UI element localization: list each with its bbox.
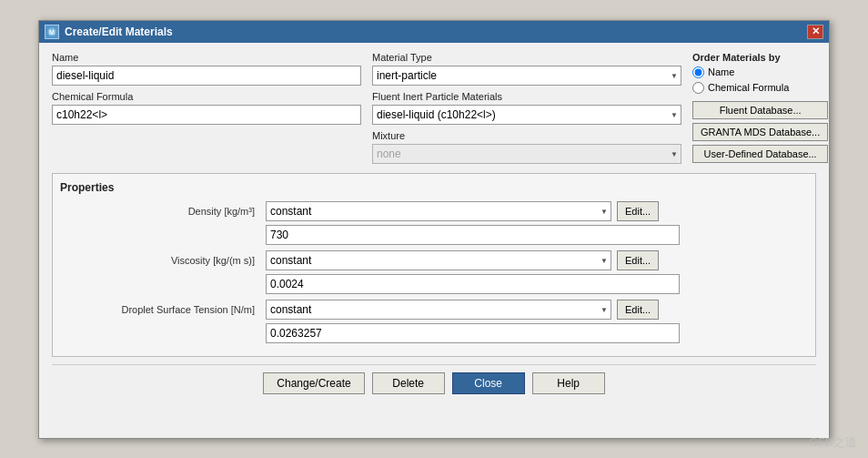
viscosity-select-wrapper: constant xyxy=(266,250,611,270)
properties-title: Properties xyxy=(60,181,808,194)
density-select-wrapper: constant xyxy=(266,201,611,221)
material-type-select-wrapper: inert-particle fluid solid mixture xyxy=(372,66,681,86)
create-edit-materials-dialog: M Create/Edit Materials ✕ Name Material … xyxy=(38,20,830,439)
density-select[interactable]: constant xyxy=(266,201,611,221)
order-formula-radio[interactable] xyxy=(692,82,704,94)
inert-particle-select[interactable]: diesel-liquid (c10h22<l>) xyxy=(372,105,681,125)
mixture-select[interactable]: none xyxy=(372,144,681,164)
density-label: Density [kg/m³] xyxy=(60,206,260,217)
order-formula-label: Chemical Formula xyxy=(708,82,789,93)
name-material-row: Name Material Type inert-particle fluid … xyxy=(52,52,681,86)
inert-particle-select-wrapper: diesel-liquid (c10h22<l>) xyxy=(372,105,681,125)
mixture-label: Mixture xyxy=(372,130,681,141)
tension-value-row xyxy=(60,323,808,343)
formula-input[interactable] xyxy=(52,105,361,125)
mixture-select-wrapper: none xyxy=(372,144,681,164)
viscosity-value-input[interactable] xyxy=(266,274,680,294)
title-bar: M Create/Edit Materials ✕ xyxy=(39,21,829,43)
order-name-radio[interactable] xyxy=(692,66,704,78)
close-x-button[interactable]: ✕ xyxy=(807,25,823,39)
density-edit-button[interactable]: Edit... xyxy=(617,201,659,221)
mixture-group: Mixture none xyxy=(372,130,681,164)
viscosity-label: Viscosity [kg/(m s)] xyxy=(60,255,260,266)
granta-database-button[interactable]: GRANTA MDS Database... xyxy=(692,123,828,141)
material-type-group: Material Type inert-particle fluid solid… xyxy=(372,52,681,86)
viscosity-edit-button[interactable]: Edit... xyxy=(617,250,659,270)
user-defined-database-button[interactable]: User-Defined Database... xyxy=(692,145,828,163)
properties-section: Properties Density [kg/m³] constant Edit… xyxy=(52,173,816,357)
name-label: Name xyxy=(52,52,361,63)
order-name-radio-item: Name xyxy=(692,66,734,78)
delete-button[interactable]: Delete xyxy=(372,372,445,394)
watermark: CFD之道 xyxy=(809,434,857,451)
viscosity-select[interactable]: constant xyxy=(266,250,611,270)
inert-particle-group: Fluent Inert Particle Materials diesel-l… xyxy=(372,91,681,125)
dialog-content: Name Material Type inert-particle fluid … xyxy=(39,43,829,409)
mixture-row: Mixture none xyxy=(52,130,681,164)
tension-value-input[interactable] xyxy=(266,323,680,343)
close-button[interactable]: Close xyxy=(452,372,525,394)
order-formula-radio-item: Chemical Formula xyxy=(692,82,789,94)
viscosity-value-row xyxy=(60,274,808,294)
name-input[interactable] xyxy=(52,66,361,86)
dialog-title: Create/Edit Materials xyxy=(65,25,173,38)
density-value-row xyxy=(60,225,808,245)
tension-edit-button[interactable]: Edit... xyxy=(617,300,659,320)
help-button[interactable]: Help xyxy=(532,372,605,394)
order-name-label: Name xyxy=(708,66,734,77)
svg-text:M: M xyxy=(49,29,55,36)
viscosity-method-row: Viscosity [kg/(m s)] constant Edit... xyxy=(60,250,808,270)
density-value-input[interactable] xyxy=(266,225,680,245)
material-type-select[interactable]: inert-particle fluid solid mixture xyxy=(372,66,681,86)
bottom-buttons-row: Change/Create Delete Close Help xyxy=(52,364,816,400)
change-create-button[interactable]: Change/Create xyxy=(263,372,364,394)
order-materials-label: Order Materials by xyxy=(692,52,781,63)
database-buttons: Fluent Database... GRANTA MDS Database..… xyxy=(692,101,828,163)
tension-label: Droplet Surface Tension [N/m] xyxy=(60,304,260,315)
fluent-database-button[interactable]: Fluent Database... xyxy=(692,101,828,119)
material-type-label: Material Type xyxy=(372,52,681,63)
name-group: Name xyxy=(52,52,361,86)
left-section: Name Material Type inert-particle fluid … xyxy=(52,52,681,169)
formula-group: Chemical Formula xyxy=(52,91,361,125)
formula-inert-row: Chemical Formula Fluent Inert Particle M… xyxy=(52,91,681,125)
tension-method-row: Droplet Surface Tension [N/m] constant E… xyxy=(60,300,808,320)
inert-particle-label: Fluent Inert Particle Materials xyxy=(372,91,681,102)
dialog-icon: M xyxy=(45,25,59,39)
main-layout: Name Material Type inert-particle fluid … xyxy=(52,52,816,169)
density-method-row: Density [kg/m³] constant Edit... xyxy=(60,201,808,221)
right-section: Order Materials by Name Chemical Formula… xyxy=(692,52,856,169)
tension-select[interactable]: constant xyxy=(266,300,611,320)
formula-label: Chemical Formula xyxy=(52,91,361,102)
tension-select-wrapper: constant xyxy=(266,300,611,320)
